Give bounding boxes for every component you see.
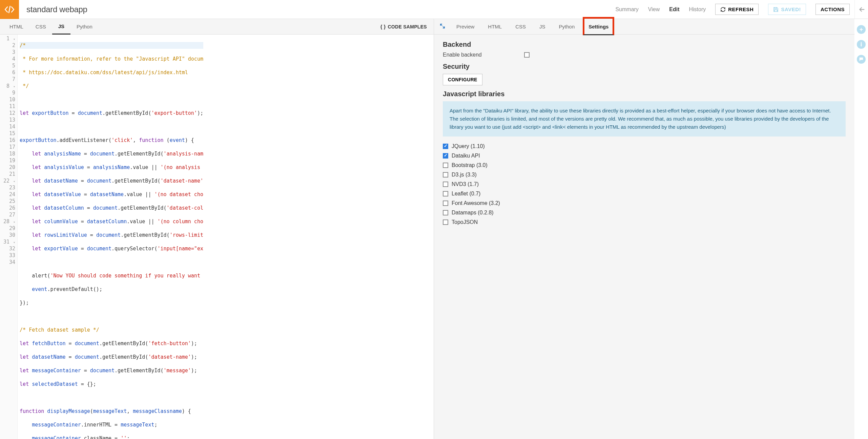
lib-item: TopoJSON (443, 219, 846, 225)
lib-label: Bootstrap (3.0) (452, 162, 488, 168)
braces-icon: { } (380, 24, 386, 29)
info-text-2: The selection of libraries is limited, a… (450, 115, 839, 131)
saved-button[interactable]: SAVED! (768, 4, 806, 15)
rtab-preview[interactable]: Preview (451, 19, 480, 35)
code-samples-button[interactable]: { } CODE SAMPLES (380, 24, 430, 29)
code-samples-label: CODE SAMPLES (388, 24, 427, 29)
nav-history[interactable]: History (689, 6, 706, 13)
lib-checkbox[interactable] (443, 210, 448, 215)
right-rail: + i (854, 19, 868, 64)
code-tabs: HTML CSS JS Python { } CODE SAMPLES (0, 19, 434, 35)
backend-heading: Backend (443, 41, 846, 48)
info-box: Apart from the "Dataiku API" library, th… (443, 101, 846, 137)
info-text-1: Apart from the "Dataiku API" library, th… (450, 107, 839, 115)
code-editor[interactable]: 1 ▾2 3 4 5 6 7 8 ▾9 10 11 12 13 14 15 16… (0, 35, 434, 439)
lib-label: Font Awesome (3.2) (452, 200, 500, 206)
rtab-css[interactable]: CSS (510, 19, 531, 35)
lib-label: D3.js (3.3) (452, 172, 477, 178)
lib-item: JQuery (1.10) (443, 143, 846, 149)
lib-item: Dataiku API (443, 153, 846, 159)
expand-icon[interactable] (437, 24, 448, 29)
info-icon[interactable]: i (857, 40, 866, 49)
security-heading: Security (443, 63, 846, 70)
settings-panel: Backend Enable backend Security CONFIGUR… (434, 35, 854, 439)
code-icon (4, 4, 15, 15)
refresh-button[interactable]: REFRESH (715, 4, 759, 15)
configure-button[interactable]: CONFIGURE (443, 74, 482, 85)
lib-checkbox[interactable] (443, 191, 448, 196)
nav-edit[interactable]: Edit (669, 6, 679, 13)
lib-checkbox[interactable] (443, 201, 448, 206)
tab-html[interactable]: HTML (3, 19, 29, 35)
plus-icon[interactable]: + (857, 25, 866, 34)
lib-item: D3.js (3.3) (443, 172, 846, 178)
top-bar: standard webapp Summary View Edit Histor… (0, 0, 868, 19)
lib-list: JQuery (1.10) Dataiku API Bootstrap (3.0… (443, 143, 846, 225)
chat-icon[interactable] (857, 55, 866, 64)
lib-checkbox[interactable] (443, 182, 448, 187)
lib-checkbox[interactable] (443, 163, 448, 168)
lib-label: Dataiku API (452, 153, 480, 159)
lib-label: Datamaps (0.2.8) (452, 210, 494, 216)
page-title: standard webapp (19, 5, 87, 14)
preview-tabs: Preview HTML CSS JS Python Settings (434, 19, 854, 35)
lib-label: JQuery (1.10) (452, 143, 485, 149)
code-pane: HTML CSS JS Python { } CODE SAMPLES 1 ▾2… (0, 19, 434, 439)
app-logo[interactable] (0, 0, 19, 19)
lib-checkbox[interactable] (443, 220, 448, 225)
line-gutter: 1 ▾2 3 4 5 6 7 8 ▾9 10 11 12 13 14 15 16… (0, 35, 18, 439)
preview-pane: Preview HTML CSS JS Python Settings Back… (434, 19, 854, 439)
lib-item: Bootstrap (3.0) (443, 162, 846, 168)
tab-js[interactable]: JS (52, 19, 70, 35)
lib-checkbox[interactable] (443, 153, 448, 159)
rtab-html[interactable]: HTML (482, 19, 507, 35)
rtab-python[interactable]: Python (554, 19, 580, 35)
enable-backend-checkbox[interactable] (524, 52, 530, 58)
lib-checkbox[interactable] (443, 172, 448, 177)
tab-css[interactable]: CSS (29, 19, 52, 35)
nav-view[interactable]: View (648, 6, 660, 13)
rtab-settings[interactable]: Settings (583, 17, 614, 35)
lib-checkbox[interactable] (443, 144, 448, 149)
lib-item: Datamaps (0.2.8) (443, 210, 846, 216)
actions-button[interactable]: ACTIONS (815, 4, 850, 15)
refresh-label: REFRESH (728, 6, 753, 12)
lib-label: NVD3 (1.7) (452, 181, 479, 187)
save-icon (773, 7, 779, 12)
lib-item: Leaflet (0.7) (443, 191, 846, 197)
svg-line-0 (9, 6, 10, 13)
refresh-icon (720, 7, 726, 12)
enable-backend-row: Enable backend (443, 52, 846, 58)
lib-item: NVD3 (1.7) (443, 181, 846, 187)
jslibs-heading: Javascript libraries (443, 90, 846, 98)
rtab-js[interactable]: JS (534, 19, 551, 35)
enable-backend-label: Enable backend (443, 52, 517, 58)
code-body[interactable]: /* * For more information, refer to the … (18, 35, 203, 439)
back-arrow-icon[interactable] (854, 0, 868, 19)
tab-python[interactable]: Python (70, 19, 99, 35)
top-nav: Summary View Edit History REFRESH SAVED!… (615, 4, 854, 15)
lib-label: TopoJSON (452, 219, 478, 225)
main: HTML CSS JS Python { } CODE SAMPLES 1 ▾2… (0, 19, 868, 439)
lib-label: Leaflet (0.7) (452, 191, 480, 197)
saved-label: SAVED! (781, 6, 801, 12)
lib-item: Font Awesome (3.2) (443, 200, 846, 206)
nav-summary[interactable]: Summary (615, 6, 638, 13)
